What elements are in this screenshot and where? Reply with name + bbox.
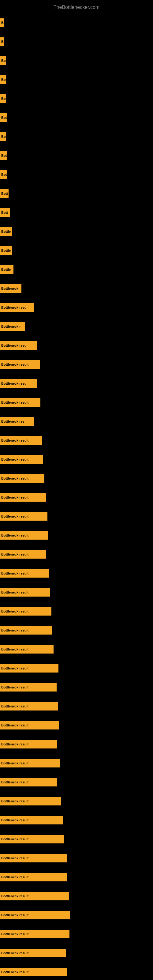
bar-item: Bottleneck result [0,588,50,597]
bar-label: Bo [1,59,6,62]
bar-item: Bottleneck resu [0,379,37,388]
bar-row: Bottleneck result [0,740,153,748]
bar-item: Bottleneck r [0,322,25,331]
bar-row: B [0,37,153,46]
bar-label: Bottleneck result [1,856,29,860]
bar-row: Bottleneck result [0,721,153,730]
bar-item: Bottleneck [0,284,21,293]
bar-label: Bottleneck result [1,723,29,727]
bar-label: Bo [1,135,6,138]
bar-label: Bottleneck result [1,913,29,917]
bar-label: Bottleneck r [1,325,21,328]
bar-row: B [0,18,153,27]
bar-row: Bottleneck result [0,873,153,881]
bar-label: Bottleneck result [1,590,29,594]
bar-item: Bottleneck result [0,930,70,939]
bar-label: Bottleneck result [1,818,29,822]
bar-row: Bottle [0,265,153,274]
bar-row: Bottleneck result [0,455,153,464]
bar-row: Bo [0,94,153,103]
bar-item: Bottleneck result [0,816,63,824]
bar-label: Bottleneck result [1,837,29,841]
bar-label: Bottleneck result [1,648,29,651]
bar-row: Bottleneck result [0,626,153,635]
bar-row: Bottle [0,246,153,255]
bar-row: Bottleneck result [0,474,153,483]
bar-item: Bott [0,208,10,217]
bar-item: Bottleneck result [0,360,40,369]
bar-label: Bottleneck result [1,552,29,556]
bar-label: Bottleneck result [1,458,29,461]
bar-item: Bot [0,170,7,179]
bar-item: Bottleneck result [0,455,43,464]
bar-row: Bottleneck result [0,550,153,558]
bar-row: Bottleneck result [0,569,153,578]
bar-label: Bot [1,154,7,158]
bar-label: Bottleneck result [1,495,29,499]
bar-row: Bottleneck res [0,417,153,426]
bar-label: Bottleneck result [1,761,29,765]
bar-label: Bo [1,97,6,100]
bar-label: Bottleneck result [1,970,29,974]
bar-row: Bot [0,151,153,160]
bar-row: Bottleneck resu [0,303,153,312]
bar-row: Bottleneck result [0,588,153,597]
bar-row: Bott [0,189,153,198]
bar-item: Bo [0,94,6,103]
bar-item: Bottle [0,246,12,255]
bar-item: Bottleneck result [0,968,67,976]
site-title: TheBottlenecker.com [0,2,153,12]
bar-row: Bottleneck result [0,835,153,843]
bar-row: Bottleneck result [0,892,153,900]
bar-item: Bottleneck result [0,683,57,692]
bar-item: Bottleneck result [0,740,57,748]
bar-item: Bottleneck result [0,398,40,407]
bar-row: Bottleneck result [0,968,153,976]
bar-label: Bottleneck resu [1,305,27,309]
bar-label: Bottleneck result [1,667,29,670]
bar-label: Bottleneck result [1,686,29,689]
bar-label: Bottleneck result [1,705,29,708]
bar-item: Bottleneck result [0,569,49,578]
bar-label: Bottleneck [1,286,18,290]
bar-row: Bottleneck result [0,911,153,920]
bar-label: Bottleneck resu [1,382,27,385]
bar-label: Bottleneck result [1,799,29,803]
bar-item: Bottleneck result [0,493,46,502]
bar-item: Bottleneck result [0,474,45,483]
bar-item: Bottleneck result [0,892,69,900]
bar-label: Bot [1,173,7,177]
bar-item: Bottleneck result [0,607,51,616]
bar-label: Bottleneck result [1,439,29,442]
bar-item: Bo [0,75,6,84]
bar-row: Bottleneck result [0,531,153,539]
bar-label: B [1,21,4,24]
bar-label: Bottleneck result [1,628,29,632]
bar-row: Bo [0,56,153,65]
bar-row: Bottleneck result [0,645,153,654]
bar-row: Bottleneck result [0,360,153,369]
bar-item: B [0,37,4,46]
bar-row: Bottle [0,227,153,236]
bar-item: Bo [0,132,6,141]
bar-row: Bo [0,75,153,84]
bar-item: Bottleneck result [0,759,60,767]
bar-row: Bottleneck resu [0,341,153,350]
bar-row: Bottleneck result [0,512,153,520]
bar-label: Bottle [1,230,11,233]
bar-label: Bott [1,211,8,215]
bar-label: Bottle [1,249,11,252]
bar-label: Bot [1,116,7,119]
bar-row: Bottleneck result [0,816,153,824]
bar-item: Bottleneck result [0,531,48,539]
bar-label: Bottleneck result [1,533,29,537]
bar-label: Bottleneck result [1,951,29,955]
bar-row: Bottleneck result [0,759,153,767]
bar-row: Bottleneck result [0,493,153,502]
bar-item: Bottleneck result [0,797,61,805]
bar-row: Bot [0,113,153,122]
bar-label: Bo [1,78,6,81]
bar-label: Bottleneck result [1,780,29,784]
bar-row: Bottleneck r [0,322,153,331]
bar-row: Bottleneck result [0,930,153,939]
